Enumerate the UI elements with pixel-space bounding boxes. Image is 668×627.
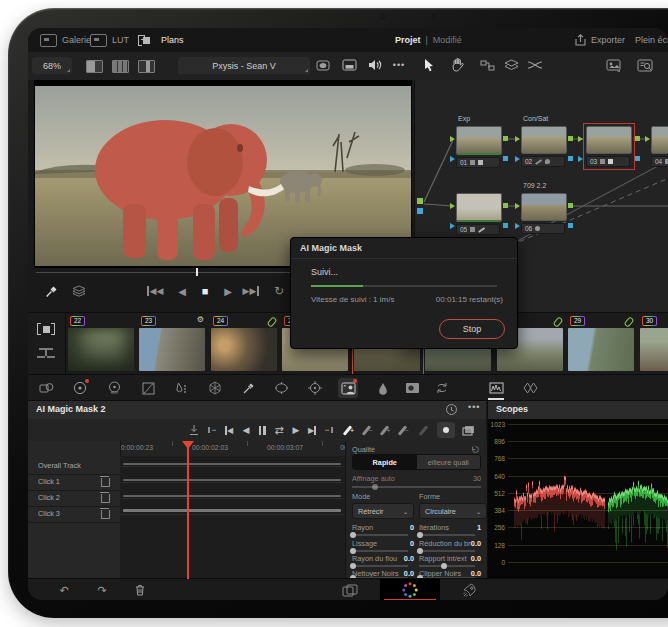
first-frame-button[interactable]: ◀◀ (144, 280, 166, 302)
delete-track-2-icon[interactable] (101, 494, 110, 503)
export-button[interactable]: Exporter (575, 28, 625, 52)
waveform-scope[interactable]: 1023 896 768 640 512 384 256 128 0 (488, 419, 668, 579)
panel-more-button[interactable]: ••• (468, 402, 480, 412)
stroke-erase-tool[interactable] (415, 422, 431, 438)
cursor-tool[interactable] (420, 56, 438, 74)
node-04[interactable]: 04 (651, 126, 668, 167)
quality-best-button[interactable]: eilleure quali (417, 455, 481, 469)
stroke-add-tool[interactable]: + (342, 422, 358, 438)
scopes-toggle-icon[interactable] (486, 378, 506, 398)
param-slider-3[interactable] (419, 550, 475, 552)
play-reverse-button[interactable]: ◀ (171, 280, 193, 302)
image-mask-icon[interactable] (402, 378, 422, 398)
track-bar-click1[interactable] (123, 479, 341, 481)
track-click-2[interactable]: Click 2 (28, 490, 120, 507)
clip-30[interactable]: 30 (640, 315, 668, 373)
node-06[interactable]: 709 2.2 06 (521, 193, 567, 234)
clip-24[interactable]: 24 (211, 315, 279, 373)
tab-gallery[interactable]: Galerie (40, 28, 91, 52)
lightbox-search-icon[interactable] (636, 56, 654, 74)
track-click-3[interactable]: Click 3 (28, 506, 120, 523)
page-cut[interactable] (320, 579, 380, 600)
goto-first-button[interactable]: ◀ (221, 422, 237, 438)
page-deliver[interactable] (444, 579, 494, 600)
curves-icon[interactable] (138, 378, 158, 398)
mode-dropdown[interactable]: Rétrécir⌄ (352, 503, 414, 519)
shape-dropdown[interactable]: Circulaire⌄ (419, 503, 487, 519)
zoom-level-dropdown[interactable]: 68% (32, 57, 72, 74)
blend-mode-icon[interactable] (36, 378, 56, 398)
playhead-line[interactable] (187, 441, 189, 579)
clip-title-dropdown[interactable]: Pxysis - Sean V (178, 57, 310, 74)
keyframes-icon[interactable] (520, 378, 540, 398)
cycle-icon[interactable] (432, 378, 452, 398)
param-slider-2[interactable] (352, 550, 408, 552)
stop-button[interactable]: ■ (194, 280, 216, 302)
qualifier-icon[interactable] (171, 378, 191, 398)
delete-button[interactable] (130, 581, 150, 599)
audio-mute-icon[interactable] (366, 56, 384, 74)
mask-overlay-toggle[interactable] (437, 422, 455, 438)
proxy-hd-icon[interactable] (340, 56, 358, 74)
node-05[interactable]: 05 (456, 193, 502, 235)
pause-button[interactable] (254, 422, 270, 438)
goto-last-button[interactable]: ▶ (304, 422, 320, 438)
stop-tracking-button[interactable]: Stop (439, 319, 505, 339)
track-overall[interactable]: Overall Track (28, 458, 120, 475)
delete-track-3-icon[interactable] (101, 510, 110, 519)
param-slider-1[interactable] (419, 534, 475, 536)
node-02[interactable]: Con/Sat 02 (521, 126, 567, 167)
power-window-icon[interactable] (271, 378, 291, 398)
param-slider-4[interactable] (352, 565, 408, 567)
clip-29[interactable]: 29 (568, 315, 636, 373)
node-01[interactable]: Exp 01 (456, 126, 502, 168)
redo-button[interactable]: ↷ (92, 581, 112, 599)
frame-fit-icon[interactable] (314, 56, 332, 74)
play-reverse-button2[interactable]: ◀ (238, 422, 254, 438)
last-frame-button[interactable]: ▶▶ (240, 280, 262, 302)
node-link-icon[interactable] (478, 56, 496, 74)
page-color-active[interactable] (380, 579, 440, 600)
out-point-icon[interactable]: •• (321, 422, 337, 438)
delete-track-1-icon[interactable] (101, 478, 110, 487)
in-point-icon[interactable]: •• (204, 422, 220, 438)
timeline-lanes[interactable] (120, 456, 345, 579)
quality-fast-button[interactable]: Rapide (353, 455, 417, 469)
stroke-subtract-tool[interactable]: − (361, 422, 377, 438)
mixer-icon[interactable] (526, 56, 544, 74)
blur-icon[interactable] (373, 378, 393, 398)
single-view-icon[interactable] (86, 60, 103, 73)
loop-mode-button[interactable]: ⇄ (271, 422, 287, 438)
refine-slider[interactable] (352, 486, 481, 488)
loop-button[interactable]: ↻ (268, 280, 290, 302)
split-view-icon[interactable] (138, 60, 155, 73)
color-wheels-icon[interactable] (70, 378, 90, 398)
fullscreen-button[interactable]: Plein écran (630, 28, 668, 52)
tab-lut[interactable]: LUT (90, 28, 129, 52)
track-bar-click2[interactable] (123, 495, 341, 497)
hdr-wheels-icon[interactable]: HDR (104, 378, 124, 398)
more-options-button[interactable]: ••• (390, 56, 408, 74)
stills-icon[interactable] (604, 56, 622, 74)
layers-icon[interactable] (502, 56, 520, 74)
export-track-icon[interactable] (186, 422, 202, 438)
warper-icon[interactable] (205, 378, 225, 398)
playhead-handle[interactable] (182, 441, 194, 449)
timeline-view-icon[interactable] (37, 347, 55, 361)
reset-history-icon[interactable] (445, 403, 459, 417)
clip-22[interactable]: 22 (68, 315, 136, 373)
picker-icon[interactable] (238, 378, 258, 398)
play-forward-button[interactable]: ▶ (288, 422, 304, 438)
undo-button[interactable]: ↶ (54, 581, 74, 599)
param-slider-0[interactable] (352, 534, 408, 536)
stroke-subtract-alt-tool[interactable]: − (397, 422, 413, 438)
wireframe-layers-icon[interactable] (68, 280, 90, 302)
param-slider-5[interactable] (419, 565, 475, 567)
track-bar-click3[interactable] (123, 509, 341, 512)
magic-mask-icon[interactable] (338, 378, 358, 398)
tracker-icon[interactable] (305, 378, 325, 398)
track-bar-overall[interactable] (123, 463, 341, 465)
track-click-1[interactable]: Click 1 (28, 474, 120, 491)
grid-view-icon[interactable] (112, 60, 129, 73)
tab-clips[interactable]: Plans (138, 28, 184, 52)
